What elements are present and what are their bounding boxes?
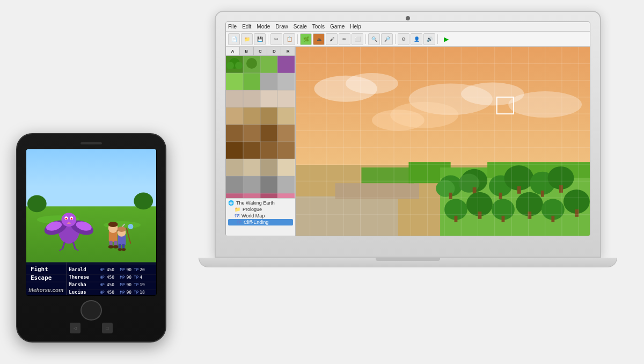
menu-tools[interactable]: Tools: [312, 24, 325, 30]
tile-tab-r[interactable]: R: [281, 47, 295, 55]
toolbar-new[interactable]: 📄: [228, 33, 240, 45]
svg-text:HP: HP: [100, 275, 105, 280]
map-item-cliff[interactable]: Cliff-Ending: [244, 220, 268, 225]
tile-tab-b[interactable]: B: [240, 47, 254, 55]
toolbar-tile1[interactable]: 🌿: [300, 33, 312, 45]
svg-rect-60: [296, 196, 398, 236]
menu-draw[interactable]: Draw: [275, 24, 288, 30]
svg-text:MP: MP: [120, 275, 125, 280]
svg-text:HP: HP: [100, 267, 105, 272]
svg-text:4: 4: [140, 275, 142, 280]
toolbar-sep4: [395, 34, 396, 44]
toolbar-settings[interactable]: ⚙: [398, 33, 409, 45]
phone-screen: Fight Escape Harold HP 450 MP 90 TP 20 T…: [26, 149, 157, 296]
cliff-icon: 🗺: [237, 220, 241, 225]
svg-point-126: [134, 192, 153, 209]
svg-text:TP: TP: [134, 267, 138, 272]
tile-tab-d[interactable]: D: [267, 47, 281, 55]
svg-text:MP: MP: [120, 290, 125, 295]
svg-point-155: [128, 224, 133, 229]
menu-edit[interactable]: Edit: [242, 24, 251, 30]
svg-rect-3: [260, 56, 277, 73]
phone-nav-buttons: ◁ □: [70, 323, 113, 333]
toolbar-eraser[interactable]: ⬜: [352, 33, 363, 45]
toolbar-tile2[interactable]: ⛰: [313, 33, 325, 45]
svg-rect-11: [226, 107, 243, 125]
svg-rect-92: [575, 209, 579, 217]
map-list-item-cliff[interactable]: 🗺 Cliff-Ending: [228, 219, 293, 225]
svg-point-150: [113, 245, 119, 249]
svg-rect-62: [361, 168, 414, 183]
toolbar-sound[interactable]: 🔊: [423, 33, 435, 45]
map-item-prologue[interactable]: Prologue: [243, 207, 262, 212]
map-list-item-prologue[interactable]: 📁 Prologue: [228, 206, 293, 213]
menu-game[interactable]: Game: [330, 24, 345, 30]
menu-help[interactable]: Help: [350, 24, 361, 30]
svg-text:450: 450: [107, 267, 115, 272]
svg-point-135: [65, 217, 67, 219]
svg-text:19: 19: [140, 282, 145, 287]
tile-tab-c[interactable]: C: [254, 47, 268, 55]
menu-scale[interactable]: Scale: [294, 24, 307, 30]
toolbar-character[interactable]: 👤: [411, 33, 422, 45]
tile-grid-area[interactable]: [226, 56, 295, 198]
folder-icon: 📁: [235, 207, 240, 212]
svg-rect-122: [26, 206, 156, 265]
map-item-waking-earth[interactable]: The Waking Earth: [236, 200, 275, 206]
svg-text:90: 90: [126, 267, 131, 272]
phone-back-button[interactable]: ◁: [70, 323, 80, 333]
watermark: filehorse.com: [28, 287, 63, 293]
svg-rect-17: [260, 125, 277, 142]
map-item-worldmap[interactable]: World Map: [241, 213, 265, 219]
svg-point-53: [346, 73, 398, 94]
svg-rect-29: [260, 176, 277, 193]
map-list-item[interactable]: 🌐 The Waking Earth: [228, 200, 293, 206]
svg-rect-86: [502, 216, 505, 222]
toolbar-copy[interactable]: 📋: [283, 33, 295, 45]
tile-tabs: A B C D R: [226, 47, 295, 56]
tile-palette: A B C D R: [226, 47, 296, 236]
laptop: File Edit Mode Draw Scale Tools Game Hel…: [215, 11, 601, 290]
tile-palette-svg: [226, 56, 295, 198]
toolbar-zoom-in[interactable]: 🔍: [368, 33, 380, 45]
phone-home-button[interactable]: [80, 300, 102, 321]
svg-text:TP: TP: [134, 275, 138, 280]
svg-point-136: [71, 217, 72, 219]
toolbar-cut[interactable]: ✂: [270, 33, 282, 45]
svg-rect-30: [277, 176, 295, 193]
svg-point-71: [458, 174, 479, 193]
svg-rect-13: [260, 107, 277, 125]
toolbar-open[interactable]: 📁: [241, 33, 253, 45]
toolbar-zoom-out[interactable]: 🔎: [381, 33, 393, 45]
svg-rect-28: [243, 176, 260, 193]
phone-menu-button[interactable]: □: [102, 323, 113, 333]
svg-text:Therese: Therese: [69, 274, 89, 280]
toolbar-paint[interactable]: 🖌: [326, 33, 338, 45]
menu-file[interactable]: File: [228, 24, 237, 30]
svg-rect-15: [226, 125, 243, 142]
svg-text:20: 20: [140, 267, 145, 272]
svg-text:TP: TP: [134, 290, 138, 295]
svg-point-144: [108, 222, 118, 227]
map-area[interactable]: [296, 47, 590, 236]
svg-point-159: [122, 248, 126, 251]
toolbar-save[interactable]: 💾: [254, 33, 266, 45]
svg-rect-24: [243, 159, 260, 176]
map-svg: [296, 47, 590, 236]
toolbar-play[interactable]: ▶: [440, 33, 452, 45]
menu-mode[interactable]: Mode: [257, 24, 270, 30]
svg-rect-26: [277, 159, 295, 176]
map-list-item-worldmap[interactable]: 🗺 World Map: [228, 213, 293, 219]
svg-rect-32: [243, 193, 260, 198]
rpgmaker-content: A B C D R: [226, 47, 590, 236]
svg-text:Escape: Escape: [31, 274, 52, 281]
tile-tab-a[interactable]: A: [226, 47, 240, 55]
phone-speaker: [80, 142, 102, 144]
svg-text:450: 450: [107, 282, 115, 287]
toolbar-pencil[interactable]: ✏: [339, 33, 350, 45]
svg-rect-90: [551, 216, 554, 222]
svg-rect-22: [277, 142, 295, 159]
svg-text:MP: MP: [120, 267, 125, 272]
svg-point-125: [27, 195, 47, 212]
svg-text:HP: HP: [100, 282, 105, 287]
